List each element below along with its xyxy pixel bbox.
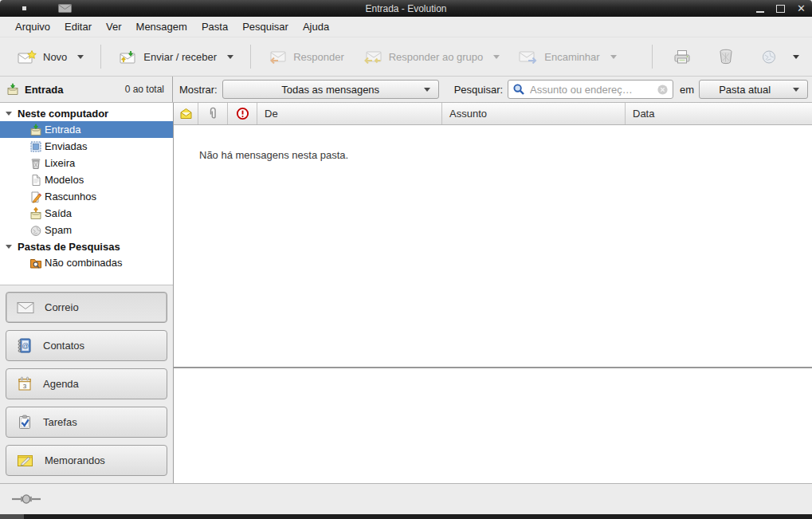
folder-item-enviadas[interactable]: Enviadas (0, 138, 173, 155)
folder-label: Modelos (45, 174, 84, 186)
switcher-mail-button[interactable]: Correio (6, 292, 167, 323)
tree-group-label: Pastas de Pesquisas (18, 241, 120, 253)
search-label: Pesquisar: (454, 84, 503, 96)
expander-icon[interactable] (6, 112, 12, 116)
trash-icon (717, 49, 735, 65)
column-attachment[interactable] (198, 103, 228, 124)
window-title: Entrada - Evolution (0, 3, 812, 14)
switcher-memos-button[interactable]: Memorandos (6, 445, 167, 476)
online-status-icon[interactable] (11, 493, 41, 505)
folder-label: Spam (45, 224, 72, 236)
mail-icon (17, 301, 34, 314)
search-box[interactable] (508, 80, 673, 99)
toolbar: Novo Enviar / receber Responder Responde… (0, 37, 812, 77)
column-priority[interactable] (228, 103, 257, 124)
folder-label: Entrada (45, 124, 81, 136)
send-receive-icon (118, 50, 137, 64)
sidebar: Neste computador Entrada Enviadas Lixeir… (0, 103, 173, 483)
folder-item-lixeira[interactable]: Lixeira (0, 155, 173, 171)
trash-icon (29, 157, 42, 170)
toolbar-overflow-arrow-icon[interactable] (793, 55, 799, 59)
maximize-button[interactable] (776, 5, 785, 13)
outbox-icon (29, 207, 42, 220)
menu-item-ajuda[interactable]: Ajuda (296, 21, 336, 33)
print-button[interactable] (665, 44, 700, 69)
switcher-calendar-button[interactable]: 3 Agenda (6, 368, 167, 399)
reply-group-button[interactable]: Responder ao grupo (356, 45, 508, 69)
sent-icon (29, 140, 42, 153)
folder-item-spam[interactable]: Spam (0, 222, 173, 238)
switcher-label: Correio (45, 301, 79, 313)
search-input[interactable] (528, 83, 653, 96)
tree-group-search-folders[interactable]: Pastas de Pesquisas (0, 238, 173, 254)
send-receive-button[interactable]: Enviar / receber (111, 45, 241, 69)
new-dropdown-arrow-icon[interactable] (77, 55, 84, 59)
current-folder-name: Entrada (25, 84, 63, 96)
folder-item-saida[interactable]: Saída (0, 205, 173, 222)
column-from[interactable]: De (257, 103, 442, 124)
folder-label: Enviadas (45, 140, 87, 152)
forward-dropdown-arrow-icon[interactable] (610, 55, 617, 59)
read-status-icon (179, 108, 193, 120)
empty-folder-message: Não há mensagens nesta pasta. (199, 149, 348, 161)
show-label: Mostrar: (179, 84, 218, 96)
preview-pane-splitter[interactable] (174, 367, 812, 368)
menu-item-mensagem[interactable]: Mensagem (129, 21, 194, 33)
menu-item-pasta[interactable]: Pasta (194, 21, 235, 33)
expander-icon[interactable] (6, 245, 12, 249)
menu-item-ver[interactable]: Ver (99, 21, 129, 33)
calendar-icon: 3 (17, 376, 33, 391)
folder-bar: Entrada 0 ao total Mostrar: Todas as men… (0, 77, 812, 103)
titlebar[interactable]: Entrada - Evolution ✕ (0, 0, 812, 17)
draft-pencil-icon (29, 191, 42, 203)
spam-icon (29, 224, 42, 237)
search-scope-dropdown[interactable]: Pasta atual (699, 80, 808, 99)
menu-item-arquivo[interactable]: Arquivo (8, 21, 57, 33)
column-date[interactable]: Data (626, 103, 812, 124)
reply-group-dropdown-arrow-icon[interactable] (493, 55, 500, 59)
folder-label: Não combinadas (45, 257, 123, 269)
switcher-tasks-button[interactable]: Tarefas (6, 407, 167, 438)
delete-button[interactable] (709, 44, 743, 69)
menu-item-pesquisar[interactable]: Pesquisar (235, 21, 296, 33)
folder-item-nao-combinadas[interactable]: Não combinadas (0, 254, 173, 271)
new-button[interactable]: Novo (10, 45, 91, 69)
junk-button[interactable] (752, 44, 786, 69)
column-subject[interactable]: Assunto (442, 103, 626, 124)
folder-tree: Neste computador Entrada Enviadas Lixeir… (0, 103, 173, 285)
column-from-label: De (265, 108, 278, 120)
switcher-label: Memorandos (45, 454, 105, 466)
column-date-label: Data (633, 108, 654, 120)
message-list-pane: De Assunto Data Não há mensagens nesta p… (174, 103, 812, 483)
menu-item-editar[interactable]: Editar (57, 21, 99, 33)
svg-text:3: 3 (23, 383, 27, 390)
minimize-button[interactable] (756, 4, 764, 13)
reply-group-button-label: Responder ao grupo (389, 51, 484, 63)
forward-icon (519, 50, 538, 64)
forward-button[interactable]: Encaminhar (512, 45, 623, 69)
folder-item-entrada[interactable]: Entrada (0, 121, 173, 138)
junk-icon (760, 49, 778, 65)
tree-group-this-computer[interactable]: Neste computador (0, 105, 173, 121)
column-subject-label: Assunto (449, 108, 487, 120)
priority-icon (236, 107, 249, 120)
bottom-panel-corner (0, 514, 24, 519)
filter-dropdown-arrow-icon (424, 88, 430, 92)
forward-button-label: Encaminhar (544, 51, 599, 63)
inbox-icon (6, 83, 19, 96)
contacts-icon: @ (17, 338, 33, 353)
bottom-panel-strip (0, 514, 812, 519)
close-button[interactable]: ✕ (797, 3, 806, 14)
reply-button-label: Responder (293, 51, 344, 63)
folder-item-modelos[interactable]: Modelos (0, 171, 173, 188)
tree-group-label: Neste computador (18, 108, 108, 120)
search-folder-icon (29, 257, 42, 269)
clear-search-icon[interactable] (657, 84, 669, 96)
switcher-contacts-button[interactable]: @ Contatos (6, 330, 167, 361)
column-read-status[interactable] (174, 103, 198, 124)
send-receive-dropdown-arrow-icon[interactable] (227, 55, 233, 59)
message-filter-dropdown[interactable]: Todas as mensagens (222, 80, 439, 99)
folder-item-rascunhos[interactable]: Rascunhos (0, 188, 173, 205)
reply-button[interactable]: Responder (261, 45, 351, 69)
menubar: Arquivo Editar Ver Mensagem Pasta Pesqui… (0, 17, 812, 37)
